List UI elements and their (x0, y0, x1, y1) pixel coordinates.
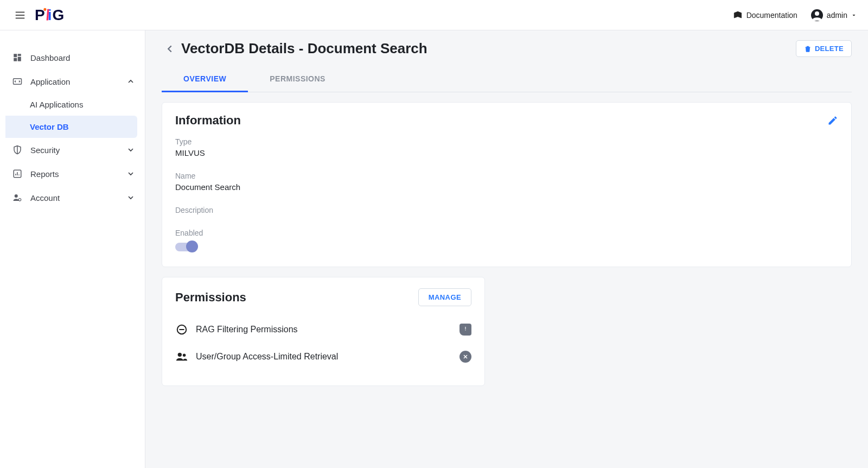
svg-rect-7 (18, 57, 21, 61)
main-content: VectorDB Details - Document Search DELET… (145, 30, 868, 468)
svg-point-14 (15, 194, 18, 198)
chart-bar-icon (12, 169, 23, 179)
permission-label: RAG Filtering Permissions (196, 325, 298, 334)
manage-button-label: MANAGE (429, 293, 461, 301)
sidebar: Dashboard Application AI Applications Ve… (0, 30, 145, 468)
sidebar-item-label: Application (30, 77, 70, 86)
sidebar-item-application[interactable]: Application (0, 69, 145, 93)
field-label: Enabled (175, 229, 838, 237)
field-description: Description (175, 206, 838, 214)
back-button[interactable] (162, 41, 178, 57)
field-name: Name Document Search (175, 172, 838, 192)
delete-button-label: DELETE (815, 45, 844, 53)
app-header: P•\iG Documentation admin (0, 0, 868, 30)
hamburger-icon (14, 9, 26, 21)
sidebar-item-account[interactable]: Account (0, 186, 145, 210)
svg-rect-6 (18, 54, 21, 56)
svg-point-15 (18, 199, 21, 201)
field-value: MILVUS (175, 148, 838, 157)
field-type: Type MILVUS (175, 137, 838, 157)
dashboard-icon (12, 53, 23, 62)
manage-button[interactable]: MANAGE (418, 288, 471, 306)
sidebar-item-label: Dashboard (30, 53, 70, 62)
permission-row-user-group: User/Group Access-Limited Retrieval (175, 343, 471, 370)
chevron-up-icon (126, 77, 135, 86)
sidebar-item-vector-db[interactable]: Vector DB (5, 116, 137, 138)
documentation-link[interactable]: Documentation (732, 10, 797, 21)
information-card: Information Type MILVUS Name Document Se… (162, 102, 852, 267)
sidebar-item-label: Vector DB (30, 122, 69, 131)
sidebar-item-label: Security (30, 146, 60, 155)
field-label: Name (175, 172, 838, 180)
chevron-down-icon (126, 169, 135, 178)
svg-rect-8 (14, 58, 17, 61)
sidebar-item-label: AI Applications (30, 100, 83, 109)
disabled-status-icon (459, 351, 471, 363)
user-settings-icon (12, 193, 23, 203)
chevron-down-icon (126, 193, 135, 202)
chevron-down-icon (126, 146, 135, 154)
tab-label: PERMISSIONS (270, 74, 326, 83)
user-avatar-icon (810, 9, 824, 22)
permission-row-rag: RAG Filtering Permissions (175, 316, 471, 343)
edit-button[interactable] (827, 115, 838, 126)
permissions-card: Permissions MANAGE RAG Filtering Permiss… (162, 277, 485, 386)
sidebar-item-reports[interactable]: Reports (0, 162, 145, 186)
user-menu[interactable]: admin (810, 9, 857, 22)
sidebar-item-label: Account (30, 193, 60, 203)
alert-status-icon (459, 324, 471, 336)
svg-point-4 (815, 11, 819, 16)
page-header: VectorDB Details - Document Search DELET… (162, 40, 852, 57)
permissions-card-title: Permissions (175, 290, 246, 305)
field-label: Type (175, 137, 838, 146)
information-card-title: Information (175, 113, 241, 128)
tabs: OVERVIEW PERMISSIONS (162, 67, 852, 92)
toggle-thumb (186, 241, 198, 252)
page-title: VectorDB Details - Document Search (181, 40, 427, 57)
tab-label: OVERVIEW (183, 74, 226, 83)
pencil-icon (827, 115, 838, 126)
sidebar-item-dashboard[interactable]: Dashboard (0, 46, 145, 69)
svg-rect-21 (465, 330, 465, 331)
delete-button[interactable]: DELETE (796, 40, 852, 57)
documentation-label: Documentation (746, 11, 797, 20)
svg-point-23 (183, 354, 186, 357)
enabled-toggle[interactable] (175, 243, 197, 251)
field-value: Document Search (175, 182, 838, 192)
svg-rect-20 (465, 327, 465, 330)
chevron-left-icon (164, 43, 176, 55)
permission-label: User/Group Access-Limited Retrieval (196, 352, 338, 362)
field-enabled: Enabled (175, 229, 838, 251)
app-logo: P•\iG (35, 7, 63, 24)
tab-permissions[interactable]: PERMISSIONS (248, 67, 347, 92)
do-not-disturb-icon (175, 324, 188, 336)
users-icon (175, 351, 188, 363)
svg-rect-5 (14, 54, 17, 57)
sidebar-item-label: Reports (30, 169, 59, 179)
field-label: Description (175, 206, 838, 214)
sidebar-item-security[interactable]: Security (0, 138, 145, 162)
shield-icon (12, 145, 23, 155)
book-icon (732, 10, 743, 21)
application-icon (12, 77, 23, 86)
username-label: admin (827, 11, 847, 20)
sidebar-item-ai-applications[interactable]: AI Applications (0, 93, 145, 116)
chevron-down-icon (851, 12, 857, 18)
tab-overview[interactable]: OVERVIEW (162, 67, 248, 92)
trash-icon (804, 45, 812, 53)
svg-point-22 (178, 353, 182, 357)
menu-toggle-button[interactable] (11, 6, 29, 24)
